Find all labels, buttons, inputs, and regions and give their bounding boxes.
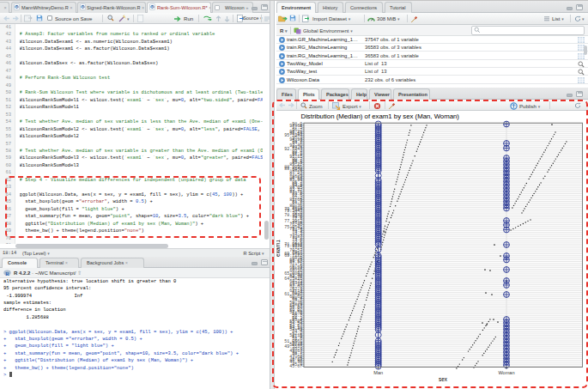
svg-text:R: R xyxy=(151,5,154,9)
svg-text:R: R xyxy=(82,5,84,9)
svg-text:R: R xyxy=(5,270,9,276)
svg-text:R: R xyxy=(15,5,18,9)
